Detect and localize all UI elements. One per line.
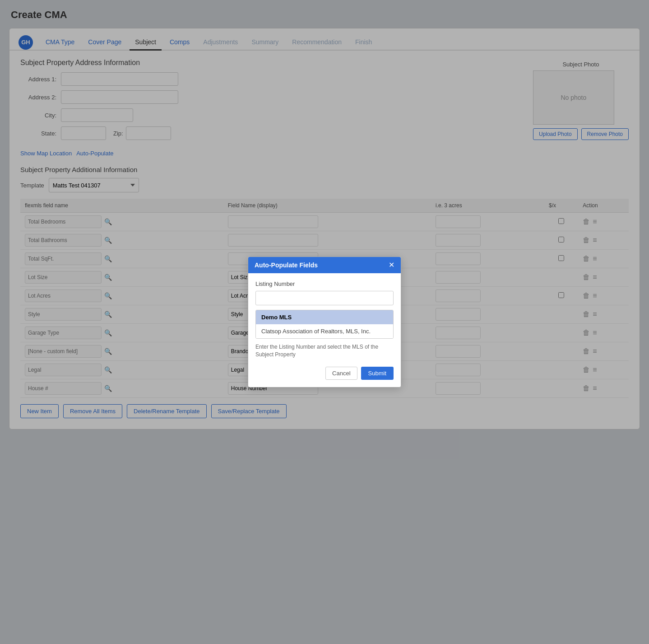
modal-close-button[interactable]: ✕ [389,261,394,269]
modal-header: Auto-Populate Fields ✕ [248,257,401,273]
listing-number-label: Listing Number [255,280,394,287]
modal: Auto-Populate Fields ✕ Listing Number De… [248,257,401,387]
mls-list: Demo MLS Clatsop Association of Realtors… [255,310,394,339]
modal-submit-button[interactable]: Submit [361,367,394,380]
modal-title: Auto-Populate Fields [255,261,318,269]
listing-number-input[interactable] [255,291,394,305]
mls-item-demo[interactable]: Demo MLS [256,310,393,324]
modal-body: Listing Number Demo MLS Clatsop Associat… [248,273,401,387]
modal-cancel-button[interactable]: Cancel [325,367,357,380]
mls-item-clatsop[interactable]: Clatsop Association of Realtors, MLS, In… [256,324,393,338]
modal-hint: Enter the Listing Number and select the … [255,343,394,359]
modal-footer: Cancel Submit [255,365,394,380]
modal-overlay: Auto-Populate Fields ✕ Listing Number De… [0,0,649,644]
